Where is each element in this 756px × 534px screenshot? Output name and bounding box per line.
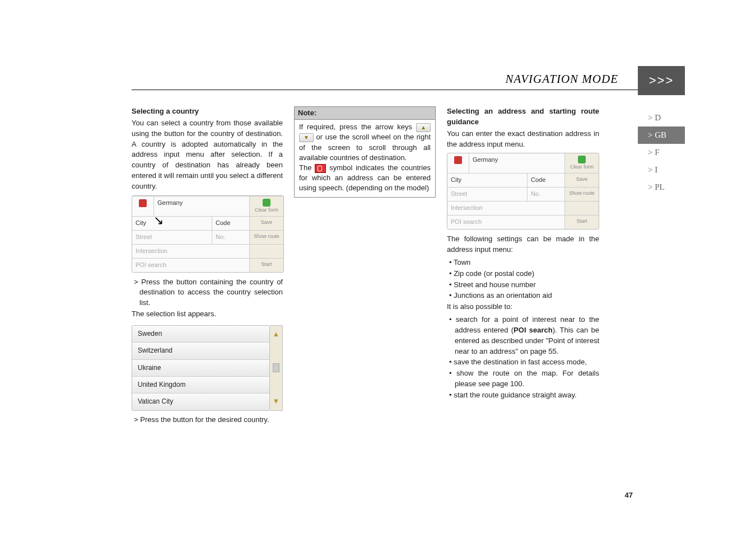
list-item: United Kingdom <box>132 376 269 393</box>
list-item: Switzerland <box>132 342 269 359</box>
fig2-intersection: Intersection <box>447 202 565 215</box>
scroll-thumb <box>273 363 279 372</box>
col3-p1: You can enter the exact destination addr… <box>447 129 599 150</box>
fig-start-label: Start <box>250 259 283 272</box>
col3-bullet: show the route on the map. For details p… <box>447 368 599 390</box>
speech-icon <box>454 156 462 164</box>
address-input-figure-2: Germany Clear form City Code Save Street… <box>447 153 599 229</box>
country-list-figure: Sweden Switzerland Ukraine United Kingdo… <box>132 325 270 411</box>
fig-no: No. <box>212 231 250 244</box>
note-p1a: If required, press the arrow keys <box>299 123 412 131</box>
fig-street: Street <box>132 231 212 244</box>
fig-city: City <box>132 217 212 230</box>
col3-bullet: Zip code (or postal code) <box>447 269 599 279</box>
list-item: Sweden <box>132 326 269 342</box>
col1-step2: Press the button for the desired country… <box>132 415 283 425</box>
note-p2a: The <box>299 163 311 172</box>
col3-p2: The following settings can be made in th… <box>447 234 599 255</box>
column-2: Note: If required, press the arrow keys … <box>294 106 436 426</box>
col3-bullet: start the route guidance straight away. <box>447 390 599 401</box>
col1-p2: The selection list appears. <box>132 309 283 320</box>
side-nav-item: > D <box>638 109 685 127</box>
col3-p3: It is also possible to: <box>447 302 599 312</box>
arrow-up-key-icon: ▲ <box>416 123 431 132</box>
fig2-clear-label: Clear form <box>570 164 594 170</box>
note-box: Note: If required, press the arrow keys … <box>294 106 436 198</box>
fig2-city: City <box>447 174 528 187</box>
col3-bullet: Street and house number <box>447 280 599 291</box>
list-item: Vatican City <box>132 393 269 410</box>
header-chevrons: >>> <box>638 66 685 95</box>
speech-icon <box>139 199 147 207</box>
side-nav-item-active: > GB <box>638 127 685 144</box>
clear-icon <box>578 156 586 163</box>
fig-show-label: Show route <box>250 231 283 244</box>
fig-country: Germany <box>154 196 250 216</box>
column-3: Selecting an address and starting route … <box>447 106 599 426</box>
col3-bullet: search for a point of interest near to t… <box>447 315 599 357</box>
col3-bullet: save the destination in fast access mode… <box>447 357 599 368</box>
clear-icon <box>263 199 270 207</box>
fig-spacer <box>250 245 283 258</box>
fig2-spacer <box>565 202 599 215</box>
fig2-code: Code <box>528 174 565 187</box>
fig2-start-label: Start <box>565 216 599 229</box>
language-side-nav: > D > GB > F > I > PL <box>638 109 685 196</box>
scroll-down-icon: ▼ <box>273 396 280 407</box>
scroll-up-icon: ▲ <box>273 329 280 340</box>
fig2-poi: POI search <box>447 216 565 229</box>
fig-save-label: Save <box>250 217 283 230</box>
fig2-street: Street <box>447 188 528 201</box>
arrow-down-key-icon: ▼ <box>299 133 314 142</box>
page-section-title: NAVIGATION MODE <box>505 72 618 90</box>
header-rule <box>132 90 656 90</box>
col1-heading: Selecting a country <box>132 106 283 117</box>
fig2-show-label: Show route <box>565 188 599 201</box>
side-nav-item: > PL <box>638 179 685 196</box>
address-input-figure: ↘ Germany Clear form City Code Save Stre… <box>132 195 284 273</box>
column-1: Selecting a country You can select a cou… <box>132 106 283 426</box>
side-nav-item: > F <box>638 144 685 161</box>
fig-poi: POI search <box>132 259 250 272</box>
col3-heading: Selecting an address and starting route … <box>447 106 599 128</box>
fig-intersection: Intersection <box>132 245 250 258</box>
page-number: 47 <box>625 491 633 499</box>
fig-code: Code <box>212 217 250 230</box>
col3-bullet: Town <box>447 257 599 268</box>
col3-bullet: Junctions as an orientation aid <box>447 291 599 301</box>
speech-icon <box>315 164 326 173</box>
note-p1b: or use the scroll wheel on the right of … <box>299 133 431 161</box>
fig2-save-label: Save <box>565 174 599 187</box>
col1-p1: You can select a country from those avai… <box>132 118 283 192</box>
col1-step1: Press the button containing the country … <box>132 277 283 309</box>
fig2-no: No. <box>528 188 565 201</box>
list-item: Ukraine <box>132 359 269 376</box>
col3-b2-bold: POI search <box>514 326 553 334</box>
fig-clear-label: Clear form <box>255 207 278 213</box>
fig2-country: Germany <box>469 153 565 173</box>
side-nav-item: > I <box>638 161 685 179</box>
note-title: Note: <box>295 107 435 120</box>
